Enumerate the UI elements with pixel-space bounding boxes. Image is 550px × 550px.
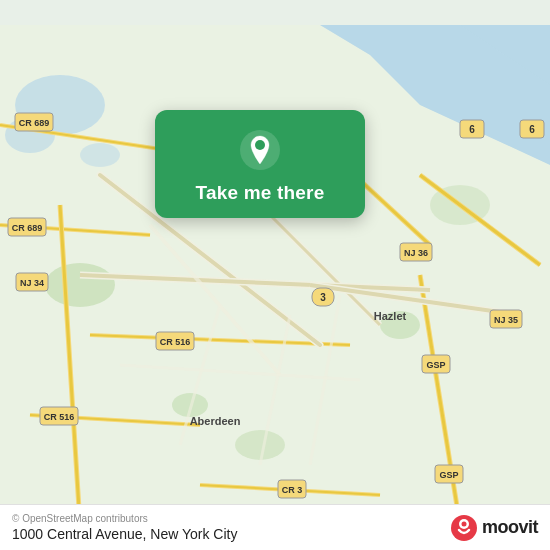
svg-text:CR 689: CR 689 xyxy=(19,118,50,128)
svg-point-5 xyxy=(80,143,120,167)
svg-text:3: 3 xyxy=(320,292,326,303)
map-container: CR 689 CR 689 6A NJ 36 6 6 NJ 34 3 CR 51… xyxy=(0,0,550,550)
bottom-bar: © OpenStreetMap contributors 1000 Centra… xyxy=(0,504,550,550)
take-me-there-label: Take me there xyxy=(196,182,325,204)
map-background: CR 689 CR 689 6A NJ 36 6 6 NJ 34 3 CR 51… xyxy=(0,0,550,550)
moovit-logo: moovit xyxy=(450,514,538,542)
osm-credit: © OpenStreetMap contributors xyxy=(12,513,237,524)
address-text: 1000 Central Avenue, New York City xyxy=(12,526,237,542)
svg-text:NJ 35: NJ 35 xyxy=(494,315,518,325)
bottom-bar-left: © OpenStreetMap contributors 1000 Centra… xyxy=(12,513,237,542)
svg-point-73 xyxy=(255,140,265,150)
svg-text:CR 3: CR 3 xyxy=(282,485,303,495)
svg-point-8 xyxy=(235,430,285,460)
svg-text:GSP: GSP xyxy=(426,360,445,370)
svg-text:CR 689: CR 689 xyxy=(12,223,43,233)
location-pin-icon xyxy=(238,128,282,172)
svg-text:NJ 36: NJ 36 xyxy=(404,248,428,258)
svg-text:Hazlet: Hazlet xyxy=(374,310,407,322)
svg-text:Aberdeen: Aberdeen xyxy=(190,415,241,427)
svg-point-6 xyxy=(45,263,115,307)
svg-point-76 xyxy=(461,521,466,526)
svg-text:6: 6 xyxy=(469,124,475,135)
moovit-word: moovit xyxy=(482,517,538,538)
svg-text:CR 516: CR 516 xyxy=(160,337,191,347)
svg-text:6: 6 xyxy=(529,124,535,135)
take-me-there-card[interactable]: Take me there xyxy=(155,110,365,218)
svg-text:CR 516: CR 516 xyxy=(44,412,75,422)
svg-text:NJ 34: NJ 34 xyxy=(20,278,44,288)
svg-text:GSP: GSP xyxy=(439,470,458,480)
moovit-icon xyxy=(450,514,478,542)
